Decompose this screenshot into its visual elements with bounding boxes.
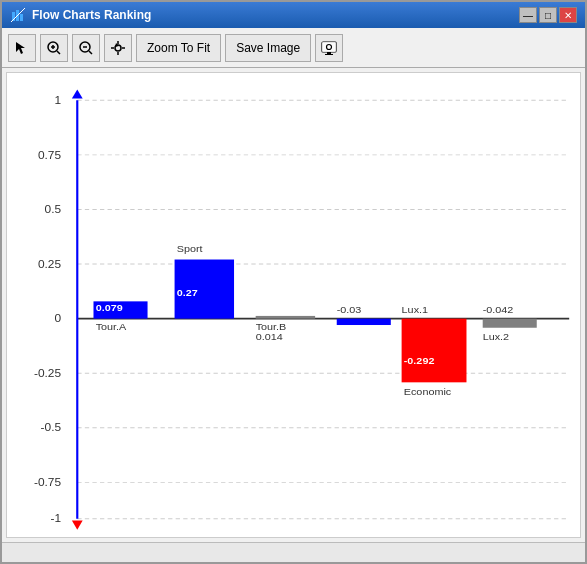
svg-rect-38 xyxy=(93,301,147,318)
svg-marker-27 xyxy=(72,89,83,98)
settings-button[interactable] xyxy=(315,34,343,62)
svg-text:0.5: 0.5 xyxy=(45,204,62,215)
svg-text:-1: -1 xyxy=(50,513,61,524)
svg-text:0.27: 0.27 xyxy=(177,288,199,298)
svg-text:0.25: 0.25 xyxy=(38,259,61,270)
save-image-button[interactable]: Save Image xyxy=(225,34,311,62)
zoom-out-tool[interactable] xyxy=(72,34,100,62)
zoom-in-tool[interactable] xyxy=(40,34,68,62)
svg-text:Lux.2: Lux.2 xyxy=(483,331,510,341)
svg-line-10 xyxy=(89,51,92,54)
svg-text:0.75: 0.75 xyxy=(38,149,61,160)
chart-icon xyxy=(10,7,26,23)
svg-rect-2 xyxy=(20,14,23,21)
svg-text:-0.042: -0.042 xyxy=(483,305,514,315)
svg-text:Tour.A: Tour.A xyxy=(96,322,127,332)
svg-rect-44 xyxy=(256,316,315,319)
zoom-to-fit-button[interactable]: Zoom To Fit xyxy=(136,34,221,62)
svg-text:-0.292: -0.292 xyxy=(404,356,435,366)
svg-text:Tour.B: Tour.B xyxy=(256,321,287,331)
pan-tool[interactable] xyxy=(104,34,132,62)
svg-rect-13 xyxy=(322,42,336,52)
svg-text:-0.75: -0.75 xyxy=(34,477,61,488)
svg-text:Lux.1: Lux.1 xyxy=(402,305,429,315)
svg-text:-0.03: -0.03 xyxy=(337,305,362,315)
svg-line-7 xyxy=(57,51,60,54)
svg-rect-53 xyxy=(483,319,537,328)
close-button[interactable]: ✕ xyxy=(559,7,577,23)
main-window: Flow Charts Ranking — □ ✕ xyxy=(0,0,587,564)
toolbar: Zoom To Fit Save Image xyxy=(2,28,585,68)
svg-text:-0.25: -0.25 xyxy=(34,368,61,379)
svg-text:-0.5: -0.5 xyxy=(41,422,61,433)
svg-text:Economic: Economic xyxy=(404,387,451,397)
svg-text:Sport: Sport xyxy=(177,244,203,254)
svg-marker-3 xyxy=(16,42,25,54)
svg-marker-28 xyxy=(72,521,83,530)
svg-rect-16 xyxy=(325,54,333,55)
title-bar: Flow Charts Ranking — □ ✕ xyxy=(2,2,585,28)
svg-text:1: 1 xyxy=(54,95,61,106)
status-bar xyxy=(2,542,585,562)
svg-text:0: 0 xyxy=(54,313,61,324)
maximize-button[interactable]: □ xyxy=(539,7,557,23)
minimize-button[interactable]: — xyxy=(519,7,537,23)
window-title: Flow Charts Ranking xyxy=(32,8,151,22)
title-buttons: — □ ✕ xyxy=(519,7,577,23)
svg-rect-15 xyxy=(327,52,331,54)
svg-text:0.079: 0.079 xyxy=(96,303,124,313)
svg-rect-49 xyxy=(402,319,467,383)
svg-rect-41 xyxy=(175,260,234,319)
svg-rect-47 xyxy=(337,319,391,325)
cursor-tool[interactable] xyxy=(8,34,36,62)
title-bar-left: Flow Charts Ranking xyxy=(10,7,151,23)
svg-text:0.014: 0.014 xyxy=(256,331,284,341)
chart-area: 1 0.75 0.5 0.25 0 -0.25 -0.5 -0.75 -1 0.… xyxy=(6,72,581,538)
